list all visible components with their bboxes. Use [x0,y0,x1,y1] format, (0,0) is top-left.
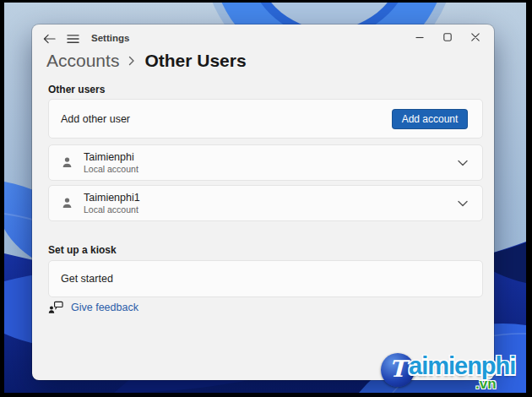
navigation-menu-button[interactable] [62,30,83,48]
breadcrumb-other-users: Other Users [144,51,246,71]
user-name: Taimienphi [84,151,138,164]
add-account-button[interactable]: Add account [392,109,468,129]
user-icon [60,196,74,210]
taimienphi-watermark: T aimienphi .vn [381,350,529,394]
chevron-right-icon [128,55,135,67]
other-users-section-label: Other users [48,84,105,95]
chevron-down-icon [457,200,469,207]
hamburger-icon [67,34,79,44]
user-account-type: Local account [84,204,140,215]
minimize-button[interactable] [405,28,433,46]
close-button[interactable] [461,28,489,46]
watermark-domain: .vn [475,376,497,393]
add-other-user-label: Add other user [61,113,130,125]
back-arrow-icon [43,34,56,44]
settings-window: Settings Accounts Other Users Other user… [32,24,494,380]
watermark-initial: T [389,356,406,382]
give-feedback-link[interactable]: Give feedback [48,301,138,314]
maximize-icon [443,33,452,41]
add-other-user-row: Add other user Add account [48,99,483,139]
maximize-button[interactable] [433,28,461,46]
user-icon [60,155,74,170]
give-feedback-label: Give feedback [71,302,138,313]
user-name: Taimienphi1 [84,192,140,204]
watermark-name: aimienphi [409,352,515,380]
kiosk-section-label: Set up a kiosk [48,244,117,256]
user-row-taimienphi1[interactable]: Taimienphi1 Local account [48,185,483,221]
expand-user-button[interactable] [457,160,469,166]
get-started-label: Get started [61,273,113,285]
breadcrumb-accounts[interactable]: Accounts [46,51,119,71]
back-button[interactable] [39,30,59,48]
user-account-type: Local account [84,164,138,175]
user-row-taimienphi[interactable]: Taimienphi Local account [48,144,483,181]
close-icon [471,33,480,41]
get-started-row[interactable]: Get started [48,260,483,297]
expand-user-button[interactable] [457,200,469,207]
minimize-icon [415,33,424,41]
chevron-down-icon [457,160,469,166]
breadcrumb: Accounts Other Users [46,51,247,71]
window-controls [405,28,489,46]
feedback-icon [48,301,63,314]
window-title: Settings [91,33,129,43]
